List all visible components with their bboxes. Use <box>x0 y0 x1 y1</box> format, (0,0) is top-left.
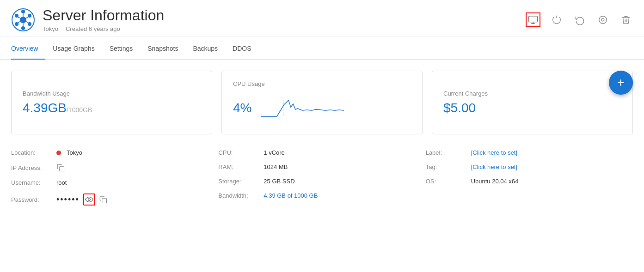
ip-label: IP Address: <box>11 164 53 171</box>
info-col-middle: CPU: 1 vCore RAM: 1024 MB Storage: 25 GB… <box>218 149 425 206</box>
info-grid: Location: Tokyo IP Address: Username: ro… <box>11 149 633 206</box>
svg-line-12 <box>18 21 21 23</box>
info-col-right: Label: [Click here to set] Tag: [Click h… <box>426 149 633 206</box>
username-row: Username: root <box>11 179 218 186</box>
tab-backups[interactable]: Backups <box>185 38 225 60</box>
tab-settings[interactable]: Settings <box>102 38 141 60</box>
storage-row: Storage: 25 GB SSD <box>218 178 425 185</box>
power-button[interactable] <box>550 13 564 27</box>
bandwidth-label: Bandwidth Usage <box>23 90 201 97</box>
bandwidth-info-label: Bandwidth: <box>218 192 260 199</box>
svg-rect-23 <box>102 199 107 203</box>
copy-ip-button[interactable] <box>56 163 65 172</box>
page-header: Server Information Tokyo Created 6 years… <box>0 0 644 36</box>
os-value: Ubuntu 20.04 x64 <box>471 178 519 185</box>
add-fab-button[interactable]: + <box>609 71 633 95</box>
svg-point-4 <box>28 22 31 26</box>
tab-overview[interactable]: Overview <box>11 38 45 60</box>
username-label: Username: <box>11 179 53 186</box>
password-label: Password: <box>11 196 53 203</box>
cpu-info-value: 1 vCore <box>264 149 285 156</box>
svg-point-1 <box>20 17 26 23</box>
svg-point-22 <box>88 199 91 201</box>
ram-label: RAM: <box>218 163 260 170</box>
refresh-button[interactable] <box>573 13 587 27</box>
toggle-password-button[interactable] <box>83 193 95 206</box>
svg-point-7 <box>15 14 18 18</box>
server-created: Created 6 years ago <box>66 25 120 32</box>
monitor-button[interactable] <box>526 12 540 27</box>
bandwidth-value: 4.39GB/1000GB <box>23 101 201 115</box>
ram-row: RAM: 1024 MB <box>218 163 425 170</box>
header-actions <box>526 12 633 27</box>
bandwidth-card: Bandwidth Usage 4.39GB/1000GB <box>11 71 212 134</box>
password-dots: •••••• <box>56 195 80 205</box>
location-value: Tokyo <box>67 149 82 156</box>
ram-value: 1024 MB <box>264 163 288 170</box>
tag-row: Tag: [Click here to set] <box>426 163 633 170</box>
svg-rect-21 <box>60 167 64 171</box>
info-col-left: Location: Tokyo IP Address: Username: ro… <box>11 149 218 206</box>
cards-row: Bandwidth Usage 4.39GB/1000GB CPU Usage … <box>11 71 633 134</box>
server-location: Tokyo <box>43 25 58 32</box>
svg-point-2 <box>21 10 25 13</box>
charges-value: $5.00 <box>443 101 621 115</box>
tag-set-link[interactable]: [Click here to set] <box>471 163 517 170</box>
bandwidth-info-value[interactable]: 4.39 GB of 1000 GB <box>264 192 318 199</box>
username-value: root <box>56 179 67 186</box>
header-subtitle: Tokyo Created 6 years ago <box>43 25 164 32</box>
cpu-chart <box>261 91 411 125</box>
page-title: Server Information <box>43 7 164 24</box>
location-row: Location: Tokyo <box>11 149 218 156</box>
app-logo-icon <box>11 8 35 32</box>
svg-point-5 <box>21 26 25 30</box>
storage-label: Storage: <box>218 178 260 185</box>
cpu-content: 4% <box>233 91 411 125</box>
bandwidth-info-row: Bandwidth: 4.39 GB of 1000 GB <box>218 192 425 199</box>
cpu-info-row: CPU: 1 vCore <box>218 149 425 156</box>
charges-label: Current Charges <box>443 90 621 97</box>
svg-line-13 <box>18 17 21 18</box>
os-label: OS: <box>426 178 467 185</box>
delete-button[interactable] <box>619 13 633 27</box>
nav-tabs: Overview Usage Graphs Settings Snapshots… <box>0 38 644 60</box>
cpu-info-label: CPU: <box>218 149 260 156</box>
main-content: + Bandwidth Usage 4.39GB/1000GB CPU Usag… <box>0 60 644 217</box>
storage-value: 25 GB SSD <box>264 178 294 185</box>
password-row: Password: •••••• <box>11 193 218 206</box>
cpu-card: CPU Usage 4% <box>221 71 423 134</box>
ip-row: IP Address: <box>11 163 218 172</box>
tab-snapshots[interactable]: Snapshots <box>140 38 185 60</box>
svg-point-17 <box>599 16 607 24</box>
header-title-block: Server Information Tokyo Created 6 years… <box>43 7 164 32</box>
tab-ddos[interactable]: DDOS <box>225 38 258 60</box>
label-label: Label: <box>426 149 467 156</box>
cpu-label: CPU Usage <box>233 80 411 87</box>
svg-point-3 <box>28 14 31 18</box>
label-row: Label: [Click here to set] <box>426 149 633 156</box>
charges-card: Current Charges $5.00 <box>432 71 633 134</box>
svg-point-18 <box>601 18 604 21</box>
label-set-link[interactable]: [Click here to set] <box>471 149 517 156</box>
tab-usage-graphs[interactable]: Usage Graphs <box>45 38 102 60</box>
svg-rect-14 <box>529 16 537 22</box>
copy-password-button[interactable] <box>99 195 107 204</box>
os-row: OS: Ubuntu 20.04 x64 <box>426 178 633 185</box>
location-dot-icon <box>56 151 61 155</box>
tag-label: Tag: <box>426 163 467 170</box>
location-label: Location: <box>11 149 53 156</box>
svg-line-10 <box>25 21 28 23</box>
svg-line-9 <box>25 17 28 18</box>
settings-button[interactable] <box>596 13 610 27</box>
cpu-value: 4% <box>233 101 251 115</box>
svg-point-6 <box>15 22 18 26</box>
